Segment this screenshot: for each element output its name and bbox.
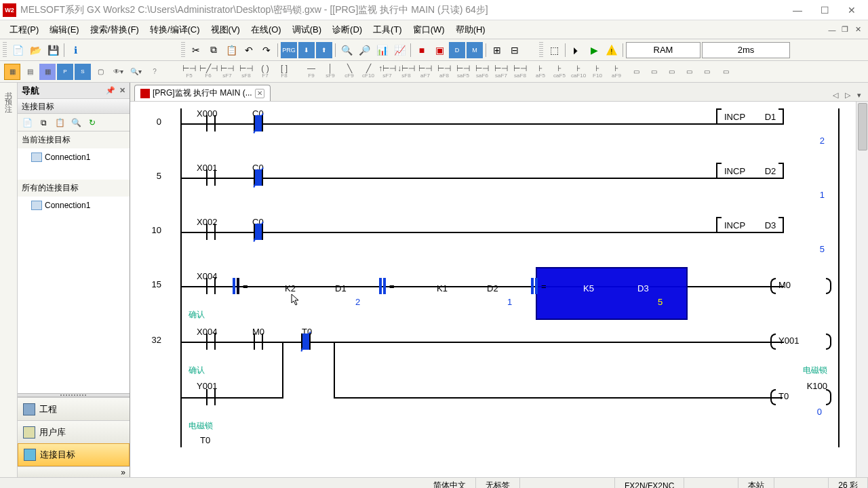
nav-panel-icon[interactable]: ▦ [4,64,20,80]
nav-expand[interactable]: » [18,466,130,477]
toolbar-grip2[interactable] [181,42,185,58]
saf5[interactable]: ⊢⊣saF5 [454,62,472,81]
f6-contact-nc[interactable]: ⊢╱⊣F6 [199,62,217,81]
cmp-k2-d1[interactable]: = [232,278,248,294]
instr-incp-d2[interactable]: INCP D2 [716,163,831,179]
warn-icon[interactable]: ! [604,42,620,58]
rung-5[interactable]: 5 X001 C0 INCP D2 1 [164,163,849,203]
tb2-end3[interactable]: ▭ [663,64,679,80]
tb2-end6[interactable]: ▭ [717,64,734,80]
menu-debug[interactable]: 调试(B) [287,21,327,39]
sf8-fall[interactable]: ↓⊢⊣sF8 [397,62,415,81]
menu-search[interactable]: 搜索/替换(F) [85,21,144,39]
saf7[interactable]: ⊢⊣saF7 [492,62,510,81]
contact-t0-nc[interactable] [300,333,312,350]
tb-icon-6[interactable]: 📊 [374,42,390,58]
maximize-button[interactable]: ☐ [811,2,838,18]
save-icon[interactable]: 💾 [45,42,61,58]
mdi-restore[interactable]: ❐ [839,24,851,36]
tb-icon-11[interactable]: M [467,42,483,58]
contact-c0-nc-0[interactable] [252,115,264,131]
contact-m0[interactable] [252,333,264,350]
contact-x004-2[interactable] [205,333,217,350]
undo-icon[interactable]: ↶ [241,42,257,58]
af7[interactable]: ⊢⊣aF7 [416,62,434,81]
tb-icon-3[interactable]: ⬆ [316,42,332,58]
tb2-icon-5[interactable]: ▢ [92,64,108,80]
tb2-end4[interactable]: ▭ [681,64,697,80]
tb-icon-13[interactable]: ⊟ [507,42,523,58]
saf8[interactable]: ⊢⊣saF8 [511,62,529,81]
contact-x000[interactable] [205,115,217,131]
nav-tab-userlib[interactable]: 用户库 [18,420,130,443]
coil-m0[interactable]: M0 [770,278,831,294]
help-icon[interactable]: ℹ [67,42,83,58]
cmp-k5-d3[interactable]: = [530,278,547,294]
ladder-diagram[interactable]: 0 X000 C0 INCP D1 2 5 X001 C [130,102,868,477]
tb-icon-5[interactable]: 🔎 [356,42,372,58]
nav-close-icon[interactable]: ✕ [119,86,125,95]
run-icon[interactable]: ▶ [586,42,602,58]
menu-window[interactable]: 窗口(W) [408,21,450,39]
f5-contact-no[interactable]: ⊢⊣F5 [180,62,198,81]
rung-32[interactable]: 32 X004 确认 M0 T0 Y001 [164,327,849,394]
tree-item-conn1[interactable]: Connection1 [22,151,125,163]
nav-tb-5[interactable]: ↻ [85,116,99,129]
f10[interactable]: ⊦F10 [589,62,606,81]
toolbar-grip[interactable] [3,42,7,58]
redo-icon[interactable]: ↷ [258,42,275,58]
minimize-button[interactable]: — [784,2,811,18]
tb-icon-8[interactable]: ■ [414,42,430,58]
cut-icon[interactable]: ✂ [188,42,204,58]
toolbar-grip3[interactable] [539,42,543,58]
tb-icon-4[interactable]: 🔍 [338,42,355,58]
new-icon[interactable]: 📄 [9,42,26,58]
rung-15[interactable]: 15 X004 确认 = K2 D1 2 = K1 D2 1 [164,271,849,325]
caf10[interactable]: ⊦caF10 [570,62,587,81]
contact-c0-nc-2[interactable] [252,224,264,240]
tb-icon-10[interactable]: D [449,42,465,58]
pin-icon[interactable]: 📌 [106,86,115,95]
coil-t0[interactable]: T0 [770,389,831,405]
instr-incp-d1[interactable]: INCP D1 [716,108,831,125]
scrollbar-thumb[interactable] [858,103,867,150]
tb-icon-1[interactable]: PRG [281,42,297,58]
contact-c0-nc-1[interactable] [252,169,264,186]
af5[interactable]: ⊦aF5 [532,62,549,81]
menu-project[interactable]: 工程(P) [4,21,44,39]
tb2-icon-4[interactable]: S [75,64,91,80]
f8b[interactable]: [ ]F8 [275,62,293,81]
tab-prev[interactable]: ◁ [830,89,841,101]
nav-tb-3[interactable]: 📋 [53,116,66,129]
caf5[interactable]: ⊦caF5 [551,62,568,81]
tb-icon-15[interactable]: ⏵ [568,42,585,58]
menu-tools[interactable]: 工具(T) [368,21,408,39]
f7-coil[interactable]: ⊢⊣sF7 [218,62,236,81]
paste-icon[interactable]: 📋 [223,42,239,58]
tb-icon-14[interactable]: ⬚ [546,42,562,58]
f7b[interactable]: ( )F7 [256,62,274,81]
cf10[interactable]: ╱cF10 [359,62,377,81]
menu-view[interactable]: 视图(V) [205,21,245,39]
menu-online[interactable]: 在线(O) [245,21,287,39]
open-icon[interactable]: 📂 [27,42,43,58]
f8-coil2[interactable]: ⊢⊣sF8 [237,62,255,81]
sf9[interactable]: │sF9 [321,62,339,81]
af8[interactable]: ⊢⊣aF8 [435,62,453,81]
instr-incp-d3[interactable]: INCP D3 [716,217,831,233]
nav-tb-4[interactable]: 🔍 [69,116,83,129]
tb-icon-12[interactable]: ⊞ [489,42,505,58]
cf9[interactable]: ╲cF9 [340,62,358,81]
rung-0[interactable]: 0 X000 C0 INCP D1 2 [164,108,849,149]
tab-close-icon[interactable]: ✕ [255,89,264,98]
tree-item-conn2[interactable]: Connection1 [22,199,125,211]
f9[interactable]: —F9 [302,62,320,81]
mdi-close[interactable]: ✕ [852,24,864,36]
rung-10[interactable]: 10 X002 C0 INCP D3 5 [164,217,849,258]
tab-main[interactable]: [PRG]监视 执行中 MAIN (... ✕ [134,85,271,101]
tb-icon-9[interactable]: ▣ [431,42,448,58]
tb2-end5[interactable]: ▭ [698,64,715,80]
tab-next[interactable]: ▷ [842,89,853,101]
menu-convert[interactable]: 转换/编译(C) [144,21,205,39]
tb-icon-2[interactable]: ⬇ [298,42,315,58]
